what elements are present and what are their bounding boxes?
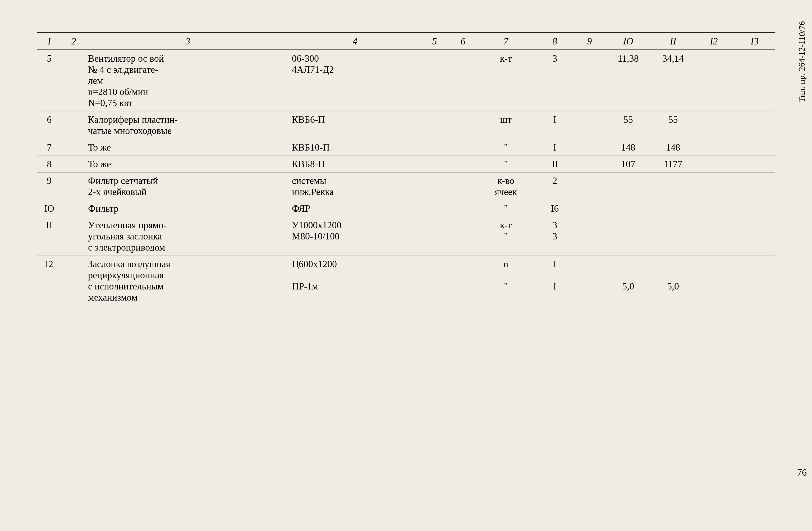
cell-6-12 [734,217,775,256]
cell-4-12 [734,172,775,200]
cell-7-1 [62,256,86,306]
page-number: 76 [797,467,807,478]
main-table-container: I 2 3 4 5 6 7 8 9 IO II I2 I3 5Вентилято… [37,32,775,306]
table-row: I2Заслонка воздушнаярециркуляционнаяс ис… [37,256,775,306]
cell-3-7: II [534,156,575,172]
cell-6-1 [62,217,86,256]
cell-7-6: n" [477,256,534,306]
col-header-9: 9 [575,33,604,50]
cell-7-12 [734,256,775,306]
cell-3-1 [62,156,86,172]
cell-2-10: 148 [653,139,693,156]
cell-0-2: Вентилятор ос вой№ 4 с эл.двигате-лемn=2… [86,50,290,111]
cell-5-12 [734,200,775,217]
cell-1-9: 55 [604,111,653,139]
table-row: 6Калориферы пластин-чатые многоходовыеКВ… [37,111,775,139]
cell-3-0: 8 [37,156,62,172]
cell-4-0: 9 [37,172,62,200]
cell-2-6: " [477,139,534,156]
cell-1-0: 6 [37,111,62,139]
cell-5-9 [604,200,653,217]
cell-1-12 [734,111,775,139]
cell-2-0: 7 [37,139,62,156]
cell-0-0: 5 [37,50,62,111]
cell-5-1 [62,200,86,217]
col-header-11: II [653,33,693,50]
cell-2-4 [420,139,449,156]
cell-6-6: к-т" [477,217,534,256]
cell-3-2: То же [86,156,290,172]
cell-0-5 [449,50,477,111]
cell-7-4 [420,256,449,306]
cell-3-8 [575,156,604,172]
cell-7-2: Заслонка воздушнаярециркуляционнаяс испо… [86,256,290,306]
cell-2-3: КВБ10-П [290,139,420,156]
cell-4-8 [575,172,604,200]
col-header-1: I [37,33,62,50]
cell-3-5 [449,156,477,172]
cell-5-10 [653,200,693,217]
cell-7-8 [575,256,604,306]
cell-6-3: У1000х1200М80-10/100 [290,217,420,256]
cell-3-11 [694,156,734,172]
cell-3-4 [420,156,449,172]
cell-0-11 [694,50,734,111]
cell-6-5 [449,217,477,256]
cell-5-2: Фильтр [86,200,290,217]
cell-0-6: к-т [477,50,534,111]
cell-0-4 [420,50,449,111]
cell-5-0: IO [37,200,62,217]
cell-1-2: Калориферы пластин-чатые многоходовые [86,111,290,139]
cell-1-1 [62,111,86,139]
cell-0-12 [734,50,775,111]
cell-5-11 [694,200,734,217]
table-row: IOФильтрФЯР"I6 [37,200,775,217]
col-header-12: I2 [694,33,734,50]
cell-4-1 [62,172,86,200]
cell-1-10: 55 [653,111,693,139]
col-header-5: 5 [420,33,449,50]
cell-0-8 [575,50,604,111]
cell-7-5 [449,256,477,306]
cell-1-11 [694,111,734,139]
cell-6-4 [420,217,449,256]
table-row: 7То жеКВБ10-П"I148148 [37,139,775,156]
cell-2-8 [575,139,604,156]
cell-5-3: ФЯР [290,200,420,217]
cell-6-2: Утепленная прямо-угольная заслонкас элек… [86,217,290,256]
cell-1-8 [575,111,604,139]
cell-4-5 [449,172,477,200]
cell-2-7: I [534,139,575,156]
cell-6-7: 33 [534,217,575,256]
cell-4-6: к-воячеек [477,172,534,200]
col-header-6: 6 [449,33,477,50]
table-row: 5Вентилятор ос вой№ 4 с эл.двигате-лемn=… [37,50,775,111]
col-header-4: 4 [290,33,420,50]
cell-7-11 [694,256,734,306]
cell-0-1 [62,50,86,111]
cell-4-3: системыинж.Рекка [290,172,420,200]
table-header-row: I 2 3 4 5 6 7 8 9 IO II I2 I3 [37,33,775,50]
cell-6-0: II [37,217,62,256]
col-header-3: 3 [86,33,290,50]
cell-3-10: 1177 [653,156,693,172]
cell-0-10: 34,14 [653,50,693,111]
cell-2-9: 148 [604,139,653,156]
cell-5-4 [420,200,449,217]
cell-6-8 [575,217,604,256]
cell-6-9 [604,217,653,256]
cell-4-4 [420,172,449,200]
cell-3-6: " [477,156,534,172]
cell-3-9: 107 [604,156,653,172]
cell-2-11 [694,139,734,156]
cell-0-9: 11,38 [604,50,653,111]
cell-5-6: " [477,200,534,217]
col-header-2: 2 [62,33,86,50]
equipment-table: I 2 3 4 5 6 7 8 9 IO II I2 I3 5Вентилято… [37,32,775,306]
cell-4-11 [694,172,734,200]
table-row: IIУтепленная прямо-угольная заслонкас эл… [37,217,775,256]
cell-1-4 [420,111,449,139]
cell-0-7: 3 [534,50,575,111]
cell-6-11 [694,217,734,256]
cell-1-7: I [534,111,575,139]
